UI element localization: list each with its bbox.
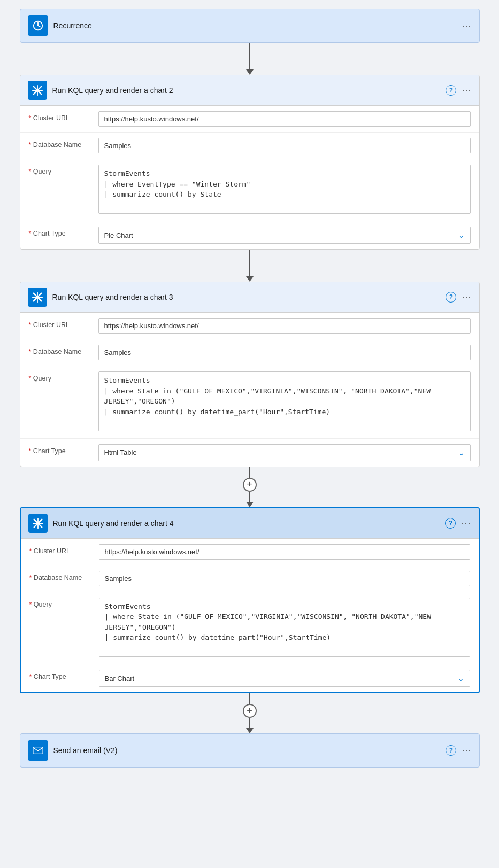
card-2-db-row: * Database Name — [20, 133, 479, 159]
card-2-chart-select-text: Pie Chart — [104, 231, 133, 239]
card-3-actions: ? ··· — [446, 292, 471, 303]
card-4-cluster-url-input[interactable] — [99, 544, 470, 560]
card-2-query-row: * Query StormEvents | where EventType ==… — [20, 159, 479, 221]
card-3-query-row: * Query StormEvents | where State in ("G… — [20, 366, 479, 439]
card-3-query-value: StormEvents | where State in ("GULF OF M… — [98, 371, 471, 433]
card-2-cluster-url-value — [98, 111, 471, 127]
card-4-header: Run KQL query and render a chart 4 ? ··· — [21, 508, 479, 539]
card-2-cluster-url-row: * Cluster URL — [20, 106, 479, 133]
add-step-button-4[interactable]: + — [243, 704, 257, 718]
card-3-body: * Cluster URL * Database Name * Query — [20, 313, 479, 467]
card-4-icon — [28, 514, 48, 533]
card-4-more-button[interactable]: ··· — [461, 517, 471, 529]
card-2-chevron-icon: ⌄ — [458, 231, 465, 239]
recurrence-title: Recurrence — [53, 21, 457, 30]
card-4-help-button[interactable]: ? — [445, 518, 456, 529]
recurrence-actions: ··· — [462, 20, 471, 32]
card-4-db-value — [99, 571, 470, 586]
card-3-chart-value: Html Table ⌄ — [98, 444, 471, 461]
card-3-db-row: * Database Name — [20, 339, 479, 366]
card-4-chart-row: * Chart Type Bar Chart ⌄ — [21, 664, 479, 692]
card-3-cluster-url-label: * Cluster URL — [29, 318, 98, 329]
card-2-body: * Cluster URL * Database Name * Query — [20, 106, 479, 249]
card-3-more-button[interactable]: ··· — [462, 292, 471, 303]
card-3-chart-row: * Chart Type Html Table ⌄ — [20, 439, 479, 467]
card-3-chart-label: * Chart Type — [29, 444, 98, 455]
card-3-query-input[interactable]: StormEvents | where State in ("GULF OF M… — [98, 371, 471, 431]
connector-line-4a — [249, 693, 250, 704]
card-2-header: Run KQL query and render a chart 2 ? ··· — [20, 75, 479, 106]
connector-arrow-2 — [246, 276, 254, 282]
card-4-query-input[interactable]: StormEvents | where State in ("GULF OF M… — [99, 598, 470, 657]
card-2-chart-value: Pie Chart ⌄ — [98, 227, 471, 244]
card-4-title: Run KQL query and render a chart 4 — [53, 519, 440, 528]
card-4-db-input[interactable] — [99, 571, 470, 586]
recurrence-header: Recurrence ··· — [20, 9, 479, 42]
card-4-cluster-url-row: * Cluster URL — [21, 539, 479, 565]
svg-rect-15 — [33, 747, 42, 754]
connector-line-3b — [249, 492, 250, 502]
card-2-chart-label: * Chart Type — [29, 227, 98, 237]
card-2-db-label: * Database Name — [29, 138, 98, 149]
connector-arrow-3 — [246, 502, 254, 507]
card-2-more-button[interactable]: ··· — [462, 85, 471, 96]
connector-line-3a — [249, 467, 250, 478]
card-3-help-button[interactable]: ? — [446, 292, 456, 303]
connector-2 — [246, 250, 254, 282]
card-2-title: Run KQL query and render a chart 2 — [52, 86, 441, 95]
recurrence-more-button[interactable]: ··· — [462, 20, 471, 32]
card-2-cluster-url-input[interactable] — [98, 111, 471, 127]
card-4-db-row: * Database Name — [21, 565, 479, 592]
card-4-chevron-icon: ⌄ — [458, 674, 464, 683]
email-card-actions: ? ··· — [446, 745, 471, 756]
card-4: Run KQL query and render a chart 4 ? ···… — [20, 507, 480, 694]
card-3-query-label: * Query — [29, 371, 98, 382]
connector-arrow-4 — [246, 728, 254, 733]
connector-3: + — [243, 467, 257, 507]
card-2-cluster-url-label: * Cluster URL — [29, 111, 98, 122]
email-card-icon — [28, 740, 48, 761]
connector-line-4b — [249, 718, 250, 728]
card-3-title: Run KQL query and render a chart 3 — [52, 293, 441, 301]
card-3-db-input[interactable] — [98, 345, 471, 360]
card-4-actions: ? ··· — [445, 517, 471, 529]
card-3-chevron-icon: ⌄ — [458, 448, 465, 457]
card-4-cluster-url-label: * Cluster URL — [29, 544, 99, 555]
card-3-chart-select[interactable]: Html Table ⌄ — [98, 444, 471, 461]
email-card-header: Send an email (V2) ? ··· — [20, 734, 479, 767]
card-3-cluster-url-input[interactable] — [98, 318, 471, 334]
card-2-query-value: StormEvents | where EventType == "Winter… — [98, 165, 471, 215]
card-2-actions: ? ··· — [446, 85, 471, 96]
email-card-more-button[interactable]: ··· — [462, 745, 471, 756]
connector-1 — [246, 43, 254, 75]
card-3-db-label: * Database Name — [29, 345, 98, 355]
card-2: Run KQL query and render a chart 2 ? ···… — [20, 75, 480, 250]
card-4-query-value: StormEvents | where State in ("GULF OF M… — [99, 598, 470, 659]
recurrence-card: Recurrence ··· — [20, 9, 480, 43]
card-3-icon — [28, 288, 47, 307]
card-4-chart-select-text: Bar Chart — [105, 675, 135, 683]
card-4-db-label: * Database Name — [29, 571, 99, 582]
card-3-cluster-url-row: * Cluster URL — [20, 313, 479, 339]
card-4-chart-select[interactable]: Bar Chart ⌄ — [99, 670, 470, 687]
email-card-help-button[interactable]: ? — [446, 745, 456, 756]
email-card: Send an email (V2) ? ··· — [20, 733, 480, 768]
card-2-help-button[interactable]: ? — [446, 85, 456, 96]
card-2-query-input[interactable]: StormEvents | where EventType == "Winter… — [98, 165, 471, 214]
card-3-chart-select-text: Html Table — [104, 448, 137, 456]
card-2-db-input[interactable] — [98, 138, 471, 153]
card-3-header: Run KQL query and render a chart 3 ? ··· — [20, 282, 479, 313]
add-step-button-3[interactable]: + — [243, 478, 257, 492]
card-4-chart-value: Bar Chart ⌄ — [99, 670, 470, 687]
card-2-chart-select[interactable]: Pie Chart ⌄ — [98, 227, 471, 244]
card-3: Run KQL query and render a chart 3 ? ···… — [20, 282, 480, 467]
connector-arrow-1 — [246, 69, 254, 75]
card-2-db-value — [98, 138, 471, 153]
card-3-db-value — [98, 345, 471, 360]
connector-4: + — [243, 693, 257, 733]
card-4-body: * Cluster URL * Database Name * Query — [21, 539, 479, 693]
connector-line-2 — [249, 250, 250, 276]
card-2-icon — [28, 81, 47, 100]
connector-line-1 — [249, 43, 250, 69]
card-4-cluster-url-value — [99, 544, 470, 560]
